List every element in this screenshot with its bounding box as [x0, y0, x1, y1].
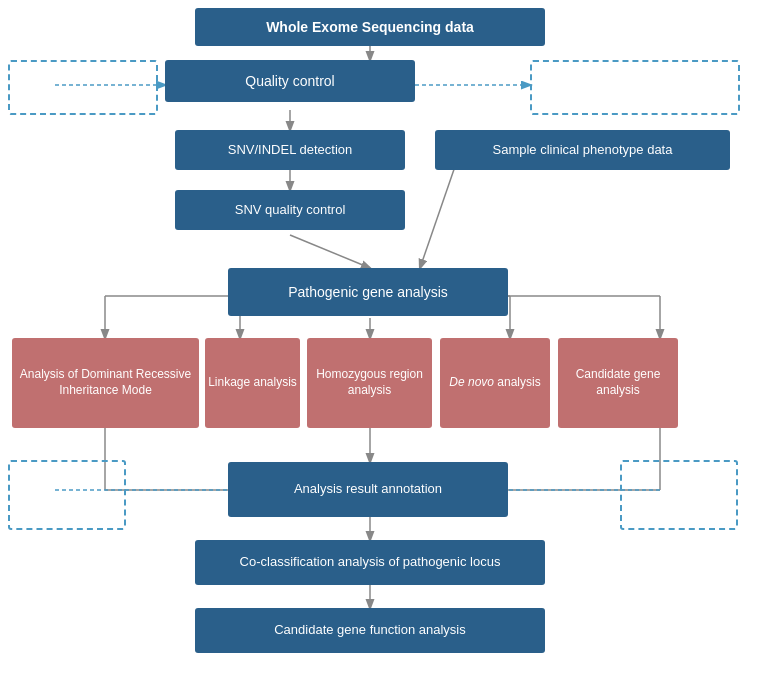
func-analysis-node: Candidate gene function analysis: [195, 608, 545, 653]
right-dashed-box: [620, 460, 738, 530]
pathogenic-node: Pathogenic gene analysis: [228, 268, 508, 316]
dominant-node: Analysis of Dominant Recessive Inheritan…: [12, 338, 199, 428]
flowchart-diagram: Whole Exome Sequencing data Quality cont…: [0, 0, 765, 693]
snv-qc-node: SNV quality control: [175, 190, 405, 230]
wes-node: Whole Exome Sequencing data: [195, 8, 545, 46]
linkage-node: Linkage analysis: [205, 338, 300, 428]
top-left-dashed-box: [8, 60, 158, 115]
homozygous-node: Homozygous region analysis: [307, 338, 432, 428]
annotation-node: Analysis result annotation: [228, 462, 508, 517]
snv-indel-node: SNV/INDEL detection: [175, 130, 405, 170]
candidate-node: Candidate gene analysis: [558, 338, 678, 428]
quality-control-node: Quality control: [165, 60, 415, 102]
clinical-node: Sample clinical phenotype data: [435, 130, 730, 170]
svg-line-3: [290, 235, 370, 268]
top-right-dashed-box: [530, 60, 740, 115]
denovo-node: De novo analysis: [440, 338, 550, 428]
co-class-node: Co-classification analysis of pathogenic…: [195, 540, 545, 585]
left-dashed-box: [8, 460, 126, 530]
